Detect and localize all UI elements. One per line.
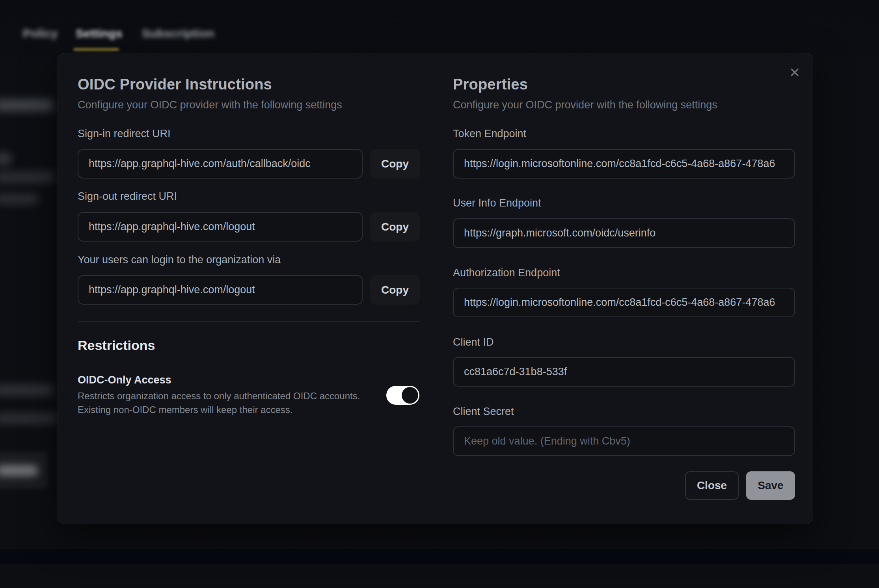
instructions-subtitle: Configure your OIDC provider with the fo… [78, 99, 342, 111]
active-tab-underline [73, 48, 119, 51]
sign-in-redirect-uri-input[interactable] [78, 149, 363, 179]
oidc-only-access-description: Restricts organization access to only au… [78, 389, 360, 417]
blurred-background-text [0, 413, 57, 424]
client-id-input[interactable] [453, 357, 795, 387]
save-button[interactable]: Save [746, 471, 795, 500]
blurred-background-button-label [0, 465, 38, 476]
close-icon[interactable]: ✕ [786, 63, 804, 82]
sign-out-redirect-uri-input[interactable] [78, 212, 363, 242]
oidc-only-toggle[interactable] [386, 386, 419, 405]
blurred-background-text [0, 194, 39, 204]
organization-login-uri-input[interactable] [78, 275, 363, 305]
authorization-endpoint-input[interactable] [453, 288, 795, 317]
properties-subtitle: Configure your OIDC provider with the fo… [453, 99, 717, 111]
client-id-label: Client ID [453, 336, 494, 348]
copy-sign-out-uri-button[interactable]: Copy [370, 212, 420, 242]
client-secret-input[interactable] [453, 426, 795, 456]
blurred-background-text [0, 99, 54, 111]
copy-organization-login-uri-button[interactable]: Copy [370, 275, 420, 305]
background-band [0, 549, 879, 564]
sign-in-redirect-uri-label: Sign-in redirect URI [78, 128, 171, 140]
authorization-endpoint-label: Authorization Endpoint [453, 267, 560, 279]
client-secret-label: Client Secret [453, 406, 514, 418]
oidc-only-access-label: OIDC-Only Access [78, 374, 171, 386]
oidc-only-description-line2: Existing non-OIDC members will keep thei… [78, 403, 360, 417]
blurred-background-text [0, 385, 54, 396]
column-divider [437, 65, 437, 507]
restrictions-divider [78, 321, 420, 322]
tab-settings[interactable]: Settings [76, 27, 122, 40]
properties-title: Properties [453, 76, 528, 93]
toggle-knob-icon [402, 387, 418, 404]
restrictions-title: Restrictions [78, 338, 155, 353]
user-info-endpoint-label: User Info Endpoint [453, 197, 541, 209]
oidc-only-description-line1: Restricts organization access to only au… [78, 389, 360, 403]
page: Policy Settings Subscription ✕ OIDC Prov… [0, 0, 879, 588]
instructions-title: OIDC Provider Instructions [78, 76, 272, 93]
blurred-background-bullet [0, 152, 12, 166]
tab-policy[interactable]: Policy [23, 27, 58, 40]
blurred-background-text [0, 172, 54, 183]
organization-login-uri-label: Your users can login to the organization… [78, 254, 281, 266]
sign-out-redirect-uri-label: Sign-out redirect URI [78, 190, 177, 203]
oidc-provider-modal: ✕ OIDC Provider Instructions Configure y… [58, 53, 813, 524]
token-endpoint-label: Token Endpoint [453, 128, 526, 140]
close-button[interactable]: Close [685, 471, 739, 500]
token-endpoint-input[interactable] [453, 149, 795, 179]
user-info-endpoint-input[interactable] [453, 218, 795, 248]
tab-subscription[interactable]: Subscription [142, 27, 214, 40]
copy-sign-in-uri-button[interactable]: Copy [370, 149, 420, 179]
